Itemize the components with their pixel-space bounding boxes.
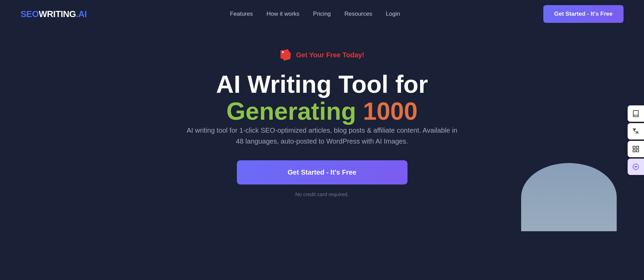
- side-widget-translate[interactable]: [628, 123, 644, 139]
- header-cta-button[interactable]: Get Started - It's Free: [543, 5, 624, 23]
- svg-rect-4: [636, 146, 639, 148]
- chat-icon: [632, 163, 640, 171]
- hero-generating-word: Generating: [226, 98, 356, 125]
- hero-subtitle: AI writing tool for 1-click SEO-optimize…: [182, 125, 462, 147]
- logo-dot-ai: .AI: [76, 9, 87, 19]
- grid-icon: [632, 145, 640, 153]
- logo-writing: WRITING: [39, 9, 76, 19]
- nav-features[interactable]: Features: [230, 11, 253, 17]
- logo[interactable]: SEOWRITING.AI: [20, 9, 87, 19]
- hero-title-line1: AI Writing Tool for: [216, 71, 428, 98]
- hero-title-line2: Generating 1000: [226, 98, 417, 125]
- svg-point-10: [636, 166, 637, 167]
- logo-seo: SEO: [20, 9, 39, 19]
- hero-cta-button[interactable]: Get Started - It's Free: [237, 160, 407, 185]
- nav-login[interactable]: Login: [386, 11, 400, 17]
- promo-badge-text: Get Your Free Today!: [296, 51, 364, 59]
- side-widgets: [628, 105, 644, 175]
- svg-rect-5: [633, 149, 635, 151]
- nav-pricing[interactable]: Pricing: [313, 11, 331, 17]
- book-icon: [632, 110, 640, 117]
- header: SEOWRITING.AI Features How it works Pric…: [0, 0, 644, 28]
- side-widget-book[interactable]: [628, 105, 644, 122]
- no-credit-card-text: No credit card required.: [295, 191, 349, 197]
- svg-rect-6: [636, 149, 639, 151]
- svg-rect-3: [633, 146, 635, 148]
- nav-how-it-works[interactable]: How it works: [267, 11, 299, 17]
- translate-icon: [632, 128, 640, 135]
- svg-point-2: [282, 51, 284, 53]
- side-widget-chat[interactable]: [628, 159, 644, 175]
- side-widget-grid[interactable]: [628, 141, 644, 157]
- svg-point-9: [635, 166, 636, 167]
- tag-icon: [280, 48, 292, 61]
- nav-resources[interactable]: Resources: [344, 11, 372, 17]
- hero-section: Get Your Free Today! AI Writing Tool for…: [0, 28, 644, 211]
- main-nav: Features How it works Pricing Resources …: [230, 11, 400, 17]
- svg-point-8: [634, 166, 635, 167]
- hero-1000-word: 1000: [363, 98, 417, 125]
- decorative-circle: [521, 163, 617, 231]
- promo-badge: Get Your Free Today!: [280, 48, 364, 61]
